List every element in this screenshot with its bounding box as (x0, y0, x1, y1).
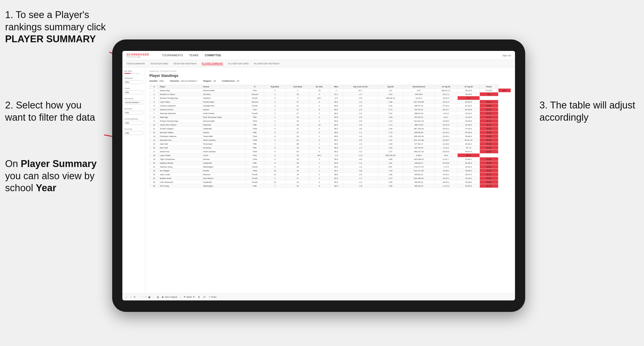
cell-10-7: 68.7 (329, 127, 343, 131)
nav-teams[interactable]: TEAMS (189, 54, 199, 57)
view-original[interactable]: ▶ View: Original (162, 296, 177, 298)
cell-10-9: 1.50 (378, 127, 403, 131)
cell-4-0: 5 (150, 104, 159, 108)
toolbar-back[interactable]: ← (125, 296, 128, 298)
cell-10-4: 4 (264, 127, 286, 131)
cell-1-2: Ole Miss (202, 92, 246, 96)
cell-6-11: 14-3-3 (434, 112, 457, 115)
toolbar-refresh[interactable]: ↻ (134, 296, 136, 298)
subnav-team-h2h-grid[interactable]: TEAM H2H GRID (150, 62, 168, 65)
cell-21-0: 22 (150, 169, 159, 173)
toolbar-sep3 (180, 295, 181, 299)
cell-0-14: 88.2 (498, 89, 511, 92)
toolbar-zoom-fit[interactable]: ▣ (148, 296, 150, 298)
cell-1-8: -2.7 (343, 92, 378, 96)
table-row: 4Luke ClatonFlorida StateSecond127268.2-… (150, 100, 511, 104)
cell-10-6: 0 (310, 127, 329, 131)
table-row: 2Michael Le SassoOle MissSecond118067.1-… (150, 92, 511, 96)
cell-10-12: 47-40-3 (457, 127, 480, 131)
toolbar-forward[interactable]: → (130, 296, 132, 298)
cell-5-9: 2.72 (378, 108, 403, 112)
cell-12-6: 1 (310, 134, 329, 138)
toolbar-zoom-in[interactable]: + (145, 296, 147, 298)
view-original-label: View: Original (165, 296, 177, 298)
cell-6-0: 7 (150, 112, 159, 115)
nav-sign-out[interactable]: Sign out (503, 54, 511, 57)
sidebar-year-select[interactable]: (All) First Second Third Fourth Fifth (124, 90, 143, 94)
subnav-team-h2h-heatmap[interactable]: TEAM H2H HEATMAP (173, 62, 197, 65)
cell-16-3: Third (246, 150, 264, 154)
sidebar-division-section: Division NCAA Division I NCAA Division I… (124, 98, 143, 104)
watch-label: Watch (186, 296, 192, 298)
sidebar-conference-select[interactable]: (All) (124, 121, 143, 125)
cell-15-5: 19 (286, 146, 310, 150)
cell-19-9: 1.61 (378, 161, 403, 165)
cell-7-4: 1 (264, 115, 286, 119)
sidebar-gender-select[interactable]: Men Women (124, 80, 143, 84)
cell-8-2: Arizona State (202, 119, 246, 123)
table-row: 8Mats EgeEast Tennessee StateFifth124268… (150, 115, 511, 119)
cell-10-1: Gordon Sargent (159, 127, 202, 131)
cell-14-7: 68.5 (329, 142, 343, 146)
table-row: 24Bastien AmatNew MexicoFourth127269.4-1… (150, 176, 511, 180)
subnav-player-h2h-heatmap[interactable]: PLAYER H2H HEATMAP (254, 62, 279, 65)
sidebar-region-label: Region (124, 108, 143, 110)
sidebar-player-label: Player (124, 128, 143, 130)
cell-12-0: 13 (150, 134, 159, 138)
cell-11-12: 50-18-5 (457, 131, 480, 134)
cell-25-4: 7 (264, 184, 286, 188)
cell-23-1: Bastien Amat (159, 176, 202, 180)
sidebar-player-select[interactable]: (All) (124, 131, 143, 135)
cell-25-10: 562-82-23 (403, 184, 434, 188)
table-row: 18Luke PowellUCLAFirst42469.1-1.81.13500… (150, 154, 511, 157)
subnav-player-summary[interactable]: PLAYER SUMMARY (202, 62, 223, 65)
cell-18-10: 429-198-22 (403, 157, 434, 161)
cell-8-10: 412-221-24 (403, 119, 434, 123)
cell-25-12: 35-26-4 (457, 184, 480, 188)
cell-0-8: 67.1 (343, 89, 378, 92)
subnav-team-summary[interactable]: TEAM SUMMARY (126, 62, 145, 65)
cell-0-12: 28-15-0 (457, 89, 480, 92)
cell-23-7: 69.4 (329, 176, 343, 180)
slider-track[interactable] (124, 73, 140, 74)
filter-gender-value: Men (160, 80, 164, 82)
cell-12-4: 6 (264, 134, 286, 138)
table-row: 21Taehoon SongWashingtonFourth523169.2-1… (150, 165, 511, 169)
table-row: 19Tiger ChristensenArizonaThird523269.2-… (150, 157, 511, 161)
cell-24-9: 1.65 (378, 180, 403, 184)
sidebar-region-select[interactable]: N/A All (124, 111, 143, 115)
logo-scoreboard: SCOREBOARD (126, 53, 149, 56)
toolbar-zoom-out[interactable]: − (142, 296, 144, 298)
nav-tournaments[interactable]: TOURNAMENTS (162, 54, 183, 57)
cell-25-2: Washington (202, 184, 246, 188)
cell-6-9: 2.01 (378, 112, 403, 115)
cell-18-12: 24-45-1 (457, 157, 480, 161)
cell-20-6: 1 (310, 165, 329, 169)
cell-16-2: North Carolina (202, 150, 246, 154)
subnav-player-h2h-grid[interactable]: PLAYER H2H GRID (228, 62, 249, 65)
cell-16-6: 0 (310, 150, 329, 154)
table-row: 14Maxwell FordNorth CarolinaThird322069.… (150, 138, 511, 142)
sidebar-division-select[interactable]: NCAA Division I NCAA Division II NCAA Di… (124, 101, 143, 104)
cell-9-13: 66.61 (480, 123, 498, 127)
share-btn[interactable]: ↗ Share (209, 296, 216, 298)
standings-table: # Player School Yr Reg Rank Conf Rank No… (149, 85, 511, 188)
cell-25-8: -1.8 (343, 184, 378, 188)
cell-18-4: 5 (264, 157, 286, 161)
col-vs-top25: Vs Top 25 (434, 85, 457, 89)
toolbar-clock[interactable]: ◍ (157, 296, 159, 298)
watch-btn[interactable]: 👁 Watch ▼ (184, 296, 195, 298)
cell-3-1: Luke Claton (159, 100, 202, 104)
cell-14-12: 26-32-2 (457, 142, 480, 146)
cell-23-4: 1 (264, 176, 286, 180)
cell-19-5: 26 (286, 161, 310, 165)
cell-6-8: -2.3 (343, 112, 378, 115)
cell-23-0: 24 (150, 176, 159, 180)
nav-committee[interactable]: COMMITTEE (205, 54, 221, 57)
toolbar-settings[interactable]: ☍ (203, 296, 205, 298)
cell-25-11: 17-14-2 (434, 184, 457, 188)
cell-5-8: -2.0 (343, 108, 378, 112)
cell-15-3: Fifth (246, 146, 264, 150)
toolbar-download[interactable]: ⬇ (198, 296, 200, 298)
cell-2-3: Fourth (246, 96, 264, 100)
